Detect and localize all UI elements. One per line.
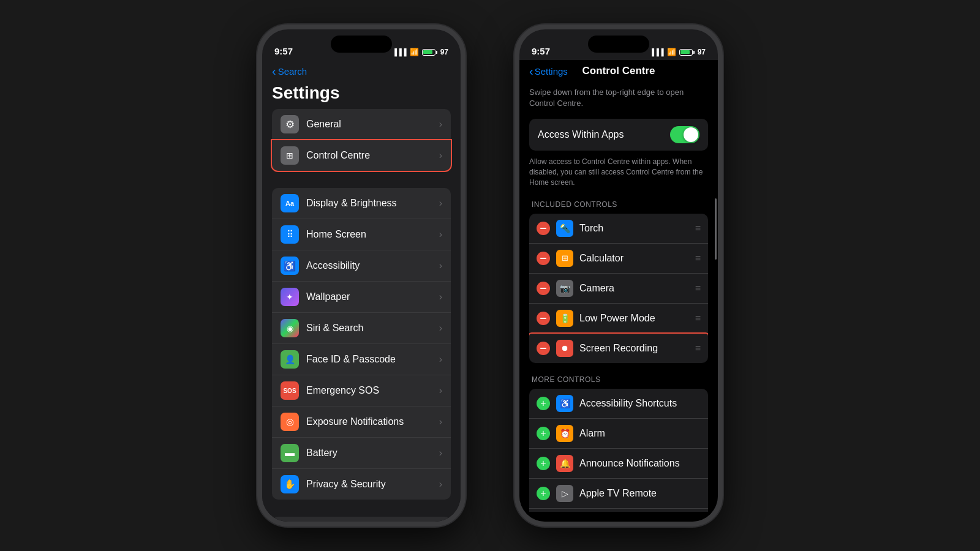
control-item-torch[interactable]: 🔦 Torch ≡ <box>529 214 708 244</box>
dynamic-island-right <box>588 36 649 53</box>
faceid-icon: 👤 <box>281 350 299 369</box>
battery-pct-right: 97 <box>698 48 706 56</box>
settings-item-appstore[interactable]: A App Store › <box>272 517 451 522</box>
time-left: 9:57 <box>274 46 293 56</box>
cc-nav: Settings Control Centre <box>519 60 718 81</box>
settings-item-sos[interactable]: SOS Emergency SOS › <box>272 375 451 407</box>
torch-remove-btn[interactable] <box>537 222 550 235</box>
camera-icon: 📷 <box>556 280 573 297</box>
calculator-drag-handle[interactable]: ≡ <box>695 253 701 264</box>
settings-item-accessibility[interactable]: ♿ Accessibility › <box>272 250 451 282</box>
access-within-apps-row[interactable]: Access Within Apps <box>529 119 708 151</box>
control-item-alarm[interactable]: ⏰ Alarm <box>529 419 708 449</box>
accessibility-shortcuts-icon: ♿ <box>556 395 573 412</box>
right-phone: 9:57 ▐▐▐ 📶 97 Settings Control Centre Sw… <box>514 24 723 527</box>
settings-group-1: ⚙ General › ⊞ Control Centre › <box>272 109 451 171</box>
left-nav-bar: Search <box>262 60 461 81</box>
battery-pct-left: 97 <box>440 48 448 56</box>
left-page-title: Settings <box>262 81 461 109</box>
announce-notifications-icon: 🔔 <box>556 455 573 472</box>
settings-item-display[interactable]: Aa Display & Brightness › <box>272 188 451 219</box>
settings-item-faceid[interactable]: 👤 Face ID & Passcode › <box>272 344 451 375</box>
battery-icon-right <box>679 49 695 56</box>
screen-recording-drag-handle[interactable]: ≡ <box>695 343 701 354</box>
calculator-label: Calculator <box>579 253 695 264</box>
more-controls-list: ♿ Accessibility Shortcuts ⏰ Alarm 🔔 <box>529 389 708 512</box>
camera-remove-btn[interactable] <box>537 282 550 295</box>
battery-label: Battery <box>306 448 439 459</box>
cc-back-button[interactable]: Settings <box>529 65 568 77</box>
screen-recording-remove-btn[interactable] <box>537 342 550 355</box>
privacy-label: Privacy & Security <box>306 479 439 490</box>
accessibility-label: Accessibility <box>306 260 439 271</box>
home-screen-icon: ⠿ <box>281 225 299 244</box>
general-icon: ⚙ <box>281 115 299 133</box>
announce-notifications-add-btn[interactable] <box>537 457 550 470</box>
alarm-add-btn[interactable] <box>537 427 550 440</box>
display-icon: Aa <box>281 194 299 212</box>
privacy-icon: ✋ <box>281 475 299 493</box>
control-item-screen-recording[interactable]: ⏺ Screen Recording ≡ <box>529 334 708 363</box>
time-right: 9:57 <box>532 46 550 56</box>
included-controls-list: 🔦 Torch ≡ ⊞ Calculator ≡ 📷 <box>529 214 708 363</box>
exposure-icon: ◎ <box>281 413 299 431</box>
control-item-camera[interactable]: 📷 Camera ≡ <box>529 274 708 304</box>
control-item-apple-tv-remote[interactable]: ▷ Apple TV Remote <box>529 479 708 509</box>
settings-list: ⚙ General › ⊞ Control Centre › Aa <box>262 109 461 522</box>
siri-icon: ◉ <box>281 319 299 337</box>
control-item-announce-notifications[interactable]: 🔔 Announce Notifications <box>529 449 708 479</box>
display-label: Display & Brightness <box>306 198 439 209</box>
settings-group-2: Aa Display & Brightness › ⠿ Home Screen … <box>272 188 451 500</box>
alarm-label: Alarm <box>579 428 701 439</box>
torch-icon: 🔦 <box>556 220 573 237</box>
siri-label: Siri & Search <box>306 323 439 334</box>
control-item-low-power[interactable]: 🔋 Low Power Mode ≡ <box>529 304 708 334</box>
cc-page-title: Control Centre <box>582 65 655 77</box>
sos-icon: SOS <box>281 381 299 400</box>
wifi-icon: 📶 <box>410 48 419 56</box>
general-label: General <box>306 119 439 130</box>
access-within-apps-toggle[interactable] <box>670 126 699 143</box>
camera-drag-handle[interactable]: ≡ <box>695 283 701 294</box>
calculator-remove-btn[interactable] <box>537 252 550 265</box>
announce-notifications-label: Announce Notifications <box>579 458 701 469</box>
toggle-knob <box>684 127 698 142</box>
settings-item-home-screen[interactable]: ⠿ Home Screen › <box>272 219 451 250</box>
control-item-accessibility-shortcuts[interactable]: ♿ Accessibility Shortcuts <box>529 389 708 419</box>
faceid-label: Face ID & Passcode <box>306 354 439 365</box>
left-nav-back[interactable]: Search <box>272 65 307 77</box>
access-within-apps-desc: Allow access to Control Centre within ap… <box>529 157 708 187</box>
apple-tv-remote-label: Apple TV Remote <box>579 488 701 499</box>
dynamic-island <box>331 36 392 53</box>
status-icons-right: ▐▐▐ 📶 97 <box>649 48 706 56</box>
control-item-code-scanner[interactable]: ⊡ Code Scanner <box>529 509 708 512</box>
sos-label: Emergency SOS <box>306 385 439 396</box>
low-power-drag-handle[interactable]: ≡ <box>695 313 701 324</box>
settings-item-wallpaper[interactable]: ✦ Wallpaper › <box>272 282 451 313</box>
exposure-label: Exposure Notifications <box>306 416 439 427</box>
control-centre-label: Control Centre <box>306 150 439 161</box>
wallpaper-label: Wallpaper <box>306 291 439 302</box>
cc-content: Swipe down from the top-right edge to op… <box>519 81 718 512</box>
control-item-calculator[interactable]: ⊞ Calculator ≡ <box>529 244 708 274</box>
settings-item-general[interactable]: ⚙ General › <box>272 109 451 140</box>
settings-item-battery[interactable]: ▬ Battery › <box>272 438 451 469</box>
low-power-icon: 🔋 <box>556 310 573 327</box>
included-controls-header: INCLUDED CONTROLS <box>529 200 708 214</box>
low-power-remove-btn[interactable] <box>537 312 550 325</box>
accessibility-icon: ♿ <box>281 257 299 275</box>
settings-group-3: A App Store › ▤ Wallet & Apple Pay › <box>272 517 451 522</box>
right-screen: Settings Control Centre Swipe down from … <box>519 60 718 522</box>
alarm-icon: ⏰ <box>556 425 573 442</box>
apple-tv-remote-add-btn[interactable] <box>537 487 550 500</box>
settings-item-siri[interactable]: ◉ Siri & Search › <box>272 313 451 344</box>
control-centre-icon: ⊞ <box>281 146 299 165</box>
wifi-icon-right: 📶 <box>667 48 676 56</box>
settings-item-privacy[interactable]: ✋ Privacy & Security › <box>272 469 451 500</box>
torch-drag-handle[interactable]: ≡ <box>695 223 701 234</box>
accessibility-shortcuts-add-btn[interactable] <box>537 397 550 410</box>
access-within-apps-label: Access Within Apps <box>538 129 624 140</box>
settings-item-exposure[interactable]: ◎ Exposure Notifications › <box>272 407 451 438</box>
settings-item-control-centre[interactable]: ⊞ Control Centre › <box>272 140 451 171</box>
general-chevron: › <box>439 119 442 130</box>
